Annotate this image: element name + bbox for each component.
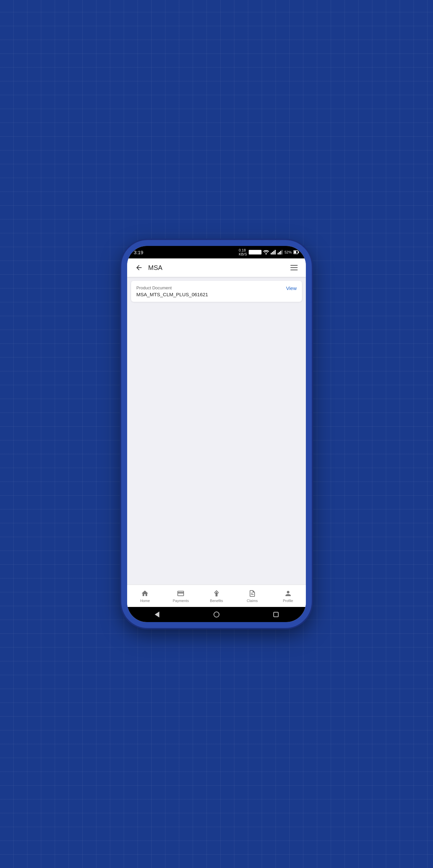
home-circle-icon <box>213 612 220 617</box>
menu-line-2 <box>291 267 298 268</box>
nav-item-profile[interactable]: Profile <box>270 589 306 603</box>
main-content: Product Document MSA_MTS_CLM_PLUS_061621… <box>127 277 306 585</box>
nav-item-claims[interactable]: Claims <box>234 589 270 603</box>
document-label: Product Document <box>136 285 208 290</box>
status-icons: 0.18 KB/S VoLTE <box>239 248 299 256</box>
svg-rect-6 <box>279 252 280 254</box>
document-card: Product Document MSA_MTS_CLM_PLUS_061621… <box>131 281 302 302</box>
android-recent-button[interactable] <box>270 609 282 620</box>
profile-icon <box>284 589 292 598</box>
data-speed: 0.18 KB/S <box>239 248 247 256</box>
android-back-button[interactable] <box>151 609 163 620</box>
back-arrow-icon <box>135 264 143 272</box>
back-triangle-icon <box>155 612 159 617</box>
back-button[interactable] <box>132 261 145 274</box>
signal-icon <box>271 250 276 254</box>
benefits-icon <box>212 589 221 598</box>
android-home-button[interactable] <box>210 609 223 620</box>
svg-rect-7 <box>280 251 281 254</box>
svg-rect-5 <box>277 253 278 254</box>
svg-rect-1 <box>271 253 272 254</box>
wifi-icon <box>263 250 269 254</box>
profile-svg <box>284 590 292 597</box>
svg-rect-4 <box>275 250 276 254</box>
claims-svg <box>248 590 256 597</box>
document-filename: MSA_MTS_CLM_PLUS_061621 <box>136 291 208 297</box>
payments-svg <box>177 590 185 597</box>
svg-rect-8 <box>281 250 282 254</box>
svg-rect-11 <box>294 251 296 253</box>
menu-button[interactable] <box>288 261 301 274</box>
volte-badge: VoLTE <box>249 250 262 254</box>
nav-item-home[interactable]: Home <box>127 589 163 603</box>
home-svg <box>141 590 149 597</box>
profile-label: Profile <box>283 599 293 603</box>
android-nav-bar <box>127 607 306 622</box>
payments-icon <box>176 589 185 598</box>
app-bar: MSA <box>127 258 306 277</box>
phone-frame: 3:19 0.18 KB/S VoLTE <box>121 240 312 628</box>
battery-icon <box>293 250 299 254</box>
nav-item-benefits[interactable]: Benefits <box>199 589 235 603</box>
battery-text: 52% <box>285 250 292 254</box>
claims-label: Claims <box>247 599 258 603</box>
document-info: Product Document MSA_MTS_CLM_PLUS_061621 <box>136 285 208 297</box>
recent-square-icon <box>273 612 278 617</box>
benefits-label: Benefits <box>210 599 223 603</box>
view-link[interactable]: View <box>281 285 297 291</box>
svg-rect-10 <box>298 251 299 253</box>
status-time: 3:19 <box>134 250 143 255</box>
signal2-icon <box>277 250 283 254</box>
benefits-svg <box>212 590 221 597</box>
svg-rect-2 <box>272 252 273 254</box>
svg-rect-3 <box>273 251 274 254</box>
page-title: MSA <box>148 264 288 272</box>
svg-point-0 <box>265 253 267 254</box>
home-icon <box>141 589 149 598</box>
nav-item-payments[interactable]: Payments <box>163 589 199 603</box>
menu-line-3 <box>291 270 298 270</box>
menu-line-1 <box>291 265 298 266</box>
status-bar: 3:19 0.18 KB/S VoLTE <box>127 246 306 258</box>
home-label: Home <box>140 599 150 603</box>
payments-label: Payments <box>173 599 189 603</box>
claims-icon <box>248 589 257 598</box>
bottom-nav: Home Payments Benefit <box>127 585 306 607</box>
phone-screen: 3:19 0.18 KB/S VoLTE <box>127 246 306 622</box>
